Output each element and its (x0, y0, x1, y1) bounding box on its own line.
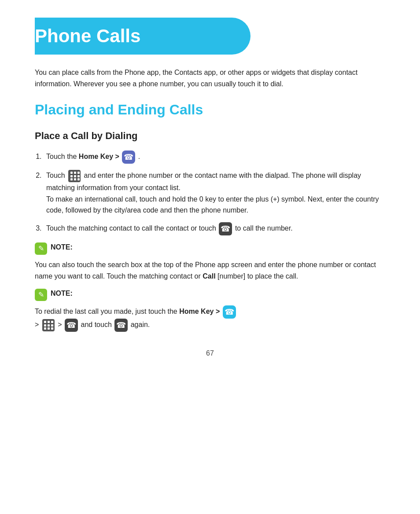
phone-icon-dark-3: ☎ (114, 319, 128, 332)
note-1-icon: ✎ (35, 242, 47, 255)
note-1-text-after: [number] to place the call. (216, 272, 298, 280)
step-3-text-before: Touch the matching contact to call the c… (46, 224, 218, 232)
page-title: Phone Calls (35, 26, 140, 46)
note-2-text-row2d: again. (131, 321, 150, 328)
note-1-bold: Call (203, 272, 215, 280)
step-2-extra-text: To make an international call, touch and… (46, 195, 379, 214)
phone-icon-dark: ☎ (219, 222, 232, 235)
intro-paragraph: You can place calls from the Phone app, … (35, 67, 385, 89)
section-heading: Placing and Ending Calls (35, 102, 385, 118)
steps-list: Touch the Home Key > ☎ . Touch and enter… (44, 151, 385, 235)
sub-heading: Place a Call by Dialing (35, 130, 385, 142)
note-1-block: ✎ NOTE: (35, 242, 385, 255)
note-2-text-row2b: > (58, 321, 64, 328)
note-1-text: You can also touch the search box at the… (35, 259, 385, 282)
step-1: Touch the Home Key > ☎ . (44, 151, 385, 164)
step-1-text-before: Touch the Home Key > (46, 153, 121, 160)
step-1-period: . (138, 153, 140, 160)
note-2-label: NOTE: (51, 288, 73, 299)
page-number: 67 (35, 349, 385, 357)
page-container: Phone Calls You can place calls from the… (0, 0, 420, 384)
step-3: Touch the matching contact to call the c… (44, 222, 385, 235)
phone-icon-blue: ☎ (122, 151, 135, 164)
step-2-main-text: and enter the phone number or the contac… (46, 172, 361, 191)
header-banner: Phone Calls (35, 18, 251, 55)
step-2-text-before: Touch (46, 172, 67, 179)
step-1-bold: Home Key > (79, 153, 119, 160)
phone-icon-blue2: ☎ (223, 305, 236, 319)
note-2-text-row2: > (35, 321, 41, 328)
grid-icon-2 (42, 319, 55, 331)
note-2-text: To redial the last call you made, just t… (35, 305, 385, 332)
step-2: Touch and enter the phone number or the … (44, 170, 385, 216)
note-2-text-before: To redial the last call you made, just t… (35, 308, 222, 315)
step-3-text-after: to call the number. (235, 224, 293, 232)
note-2-text-row2c: and touch (81, 321, 114, 328)
note-2-block: ✎ NOTE: (35, 288, 385, 301)
phone-icon-dark-2: ☎ (65, 319, 78, 332)
grid-icon (68, 170, 81, 182)
note-1-label: NOTE: (51, 242, 73, 253)
note-2-icon: ✎ (35, 289, 47, 301)
note-2-bold: Home Key > (179, 308, 220, 315)
